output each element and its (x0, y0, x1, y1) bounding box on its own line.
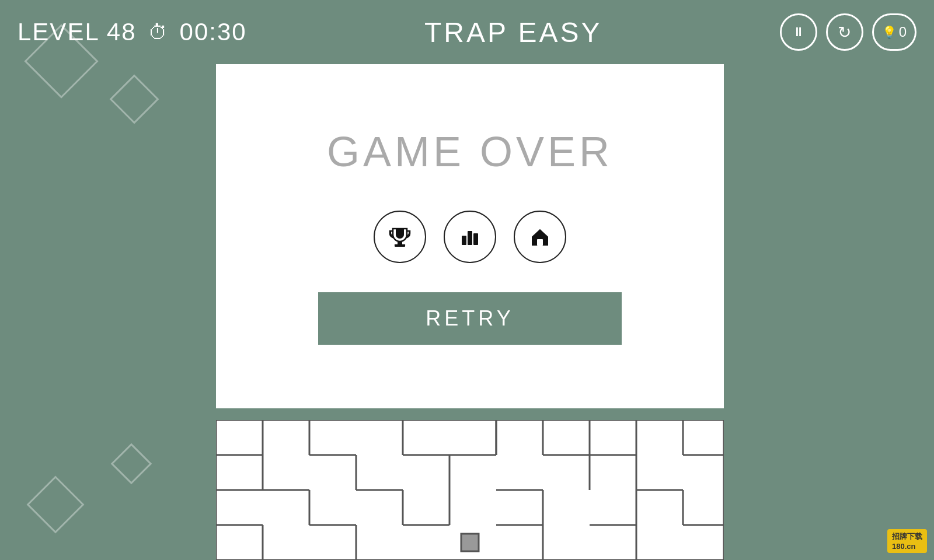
pause-icon: ⏸ (792, 24, 805, 40)
svg-rect-55 (537, 239, 543, 246)
hint-icon: 💡 (882, 25, 897, 39)
home-button[interactable] (514, 211, 566, 263)
hint-button[interactable]: 💡 0 (872, 13, 916, 51)
chart-icon (457, 224, 483, 250)
bg-diamond-bottom-left2 (111, 443, 152, 485)
home-icon (527, 224, 553, 250)
game-title: TRAP EASY (259, 16, 768, 48)
watermark-text: 招牌下载 (892, 532, 922, 541)
bg-diamond-bottom-left (27, 476, 85, 534)
trophy-button[interactable] (374, 211, 426, 263)
game-over-modal: GAME OVER (216, 64, 724, 408)
svg-rect-52 (462, 236, 466, 245)
leaderboard-button[interactable] (444, 211, 496, 263)
watermark-subtext: 180.cn (892, 542, 915, 551)
header: LEVEL 48 ⏱ 00:30 TRAP EASY ⏸ ↻ 💡 0 (0, 0, 934, 64)
maze-background (216, 420, 724, 560)
bg-diamond-top-left2 (110, 75, 159, 124)
retry-button[interactable]: RETRY (318, 292, 622, 345)
header-controls: ⏸ ↻ 💡 0 (780, 13, 916, 51)
game-over-title: GAME OVER (327, 128, 613, 176)
timer-icon: ⏱ (148, 21, 168, 44)
svg-rect-51 (395, 245, 405, 247)
level-label: LEVEL 48 (18, 18, 137, 46)
svg-rect-53 (468, 231, 472, 245)
svg-rect-50 (398, 242, 402, 245)
pause-button[interactable]: ⏸ (780, 13, 817, 51)
restart-button[interactable]: ↻ (826, 13, 863, 51)
timer-display: 00:30 (180, 18, 247, 46)
svg-rect-54 (473, 233, 478, 245)
hint-count: 0 (899, 24, 907, 40)
watermark: 招牌下载 180.cn (887, 529, 927, 553)
modal-action-icons (374, 211, 566, 263)
svg-rect-47 (461, 534, 479, 551)
trophy-icon (387, 224, 413, 250)
restart-icon: ↻ (838, 23, 851, 42)
